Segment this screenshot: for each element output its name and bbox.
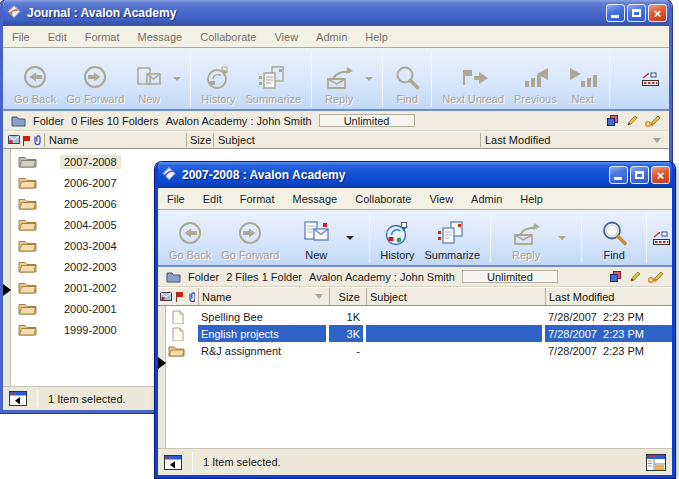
column-name[interactable]: Name <box>202 291 231 303</box>
edit-pencil-icon[interactable] <box>626 115 638 127</box>
summarize-button[interactable]: Summarize <box>241 50 307 108</box>
column-subject[interactable]: Subject <box>218 134 255 146</box>
go-back-button[interactable]: Go Back <box>164 212 216 264</box>
go-forward-button[interactable]: Go Forward <box>216 212 284 264</box>
folder-column-header: Name Size Subject Last Modified <box>158 287 672 306</box>
menu-collaborate[interactable]: Collaborate <box>355 193 411 205</box>
item-row[interactable]: Spelling Bee 1K 7/28/2007 2:23 PM <box>158 308 672 325</box>
item-row[interactable]: R&J assignment - 7/28/2007 2:23 PM <box>158 342 672 359</box>
history-button[interactable]: History <box>196 50 240 108</box>
menu-view[interactable]: View <box>274 31 298 43</box>
protected-edit-icon[interactable] <box>648 271 664 283</box>
pane-toggle-icon[interactable] <box>164 455 182 470</box>
folder-icon <box>18 281 37 294</box>
folder-icon <box>18 176 37 189</box>
column-name[interactable]: Name <box>49 134 78 146</box>
close-button[interactable]: × <box>651 166 670 184</box>
previous-button[interactable]: Previous <box>509 50 562 108</box>
permissions-icon[interactable] <box>609 271 622 283</box>
item-last-modified: 7/28/2007 2:23 PM <box>548 311 644 323</box>
column-subject[interactable]: Subject <box>370 291 407 303</box>
menu-message[interactable]: Message <box>293 193 338 205</box>
menu-admin[interactable]: Admin <box>471 193 502 205</box>
toolbar-separator <box>609 51 610 107</box>
menu-help[interactable]: Help <box>520 193 543 205</box>
maximize-button[interactable] <box>630 166 649 184</box>
go-back-button[interactable]: Go Back <box>9 50 61 108</box>
go-back-icon <box>176 221 204 247</box>
folder-icon <box>18 197 37 210</box>
next-unread-button[interactable]: Next Unread <box>437 50 509 108</box>
pane-splitter[interactable] <box>158 306 166 448</box>
history-button[interactable]: History <box>375 212 419 264</box>
toolbar-separator <box>190 51 191 107</box>
reply-dropdown-arrow[interactable] <box>365 77 373 81</box>
close-button[interactable]: × <box>648 4 667 22</box>
view-pane-icon[interactable] <box>646 454 666 471</box>
column-last-modified[interactable]: Last Modified <box>549 291 614 303</box>
minimize-button[interactable] <box>606 4 625 22</box>
summarize-button[interactable]: Summarize <box>420 212 486 264</box>
folder-name: 2001-2002 <box>60 281 121 295</box>
column-size[interactable]: Size <box>190 134 211 146</box>
menu-edit[interactable]: Edit <box>203 193 222 205</box>
journal-menubar: File Edit Format Message Collaborate Vie… <box>3 26 669 47</box>
folder-titlebar[interactable]: 2007-2008 : Avalon Academy × <box>155 162 675 188</box>
pane-splitter[interactable] <box>3 149 11 386</box>
menu-collaborate[interactable]: Collaborate <box>200 31 256 43</box>
connection-icon[interactable] <box>652 231 672 246</box>
new-button[interactable]: New <box>296 212 336 264</box>
pane-toggle-icon[interactable] <box>9 391 27 406</box>
new-button[interactable]: New <box>129 50 169 108</box>
flag-column-icon[interactable] <box>175 291 184 302</box>
new-dropdown-arrow[interactable] <box>346 236 354 240</box>
item-size: 3K <box>347 328 360 340</box>
journal-titlebar[interactable]: Journal : Avalon Academy × <box>0 0 672 26</box>
menu-file[interactable]: File <box>12 31 30 43</box>
menu-format[interactable]: Format <box>85 31 120 43</box>
item-name: R&J assignment <box>201 345 281 357</box>
reply-dropdown-arrow[interactable] <box>558 236 566 240</box>
next-button[interactable]: Next <box>562 50 604 108</box>
flag-column-icon[interactable] <box>22 135 31 146</box>
column-size[interactable]: Size <box>339 291 360 303</box>
menu-file[interactable]: File <box>167 193 185 205</box>
folder-icon <box>18 218 37 231</box>
reply-button[interactable]: Reply <box>317 50 361 108</box>
edit-pencil-icon[interactable] <box>629 271 641 283</box>
folder-icon <box>18 302 37 315</box>
menu-admin[interactable]: Admin <box>316 31 347 43</box>
column-options-arrow[interactable] <box>653 138 661 143</box>
journal-infobar: Folder 0 Files 10 Folders Avalon Academy… <box>3 111 669 131</box>
folder-name: 2004-2005 <box>60 218 121 232</box>
connection-icon[interactable] <box>641 72 661 87</box>
folder-infobar: Folder 2 Files 1 Folder Avalon Academy :… <box>158 267 672 287</box>
go-forward-button[interactable]: Go Forward <box>61 50 129 108</box>
pane-splitter-handle[interactable] <box>3 284 11 296</box>
envelope-column-icon[interactable] <box>8 135 20 144</box>
find-button[interactable]: Find <box>388 50 426 108</box>
toolbar-separator <box>646 213 647 263</box>
find-button[interactable]: Find <box>595 212 633 264</box>
sort-descending-arrow[interactable] <box>315 294 323 299</box>
menu-format[interactable]: Format <box>240 193 275 205</box>
item-row-selected[interactable]: English projects 3K 7/28/2007 2:23 PM <box>158 325 672 342</box>
attachment-column-icon[interactable] <box>187 291 195 303</box>
protected-edit-icon[interactable] <box>645 115 661 127</box>
reply-button[interactable]: Reply <box>504 212 548 264</box>
folder-app-icon <box>160 167 177 183</box>
new-dropdown-arrow[interactable] <box>173 77 181 81</box>
toolbar-separator <box>382 51 383 107</box>
menu-help[interactable]: Help <box>365 31 388 43</box>
minimize-button[interactable] <box>609 166 628 184</box>
folder-icon <box>18 260 37 273</box>
envelope-column-icon[interactable] <box>160 292 172 301</box>
permissions-icon[interactable] <box>606 115 619 127</box>
maximize-button[interactable] <box>627 4 646 22</box>
attachment-column-icon[interactable] <box>32 134 42 146</box>
menu-view[interactable]: View <box>429 193 453 205</box>
menu-edit[interactable]: Edit <box>48 31 67 43</box>
column-last-modified[interactable]: Last Modified <box>485 134 550 146</box>
menu-message[interactable]: Message <box>138 31 183 43</box>
pane-splitter-handle[interactable] <box>158 357 166 369</box>
